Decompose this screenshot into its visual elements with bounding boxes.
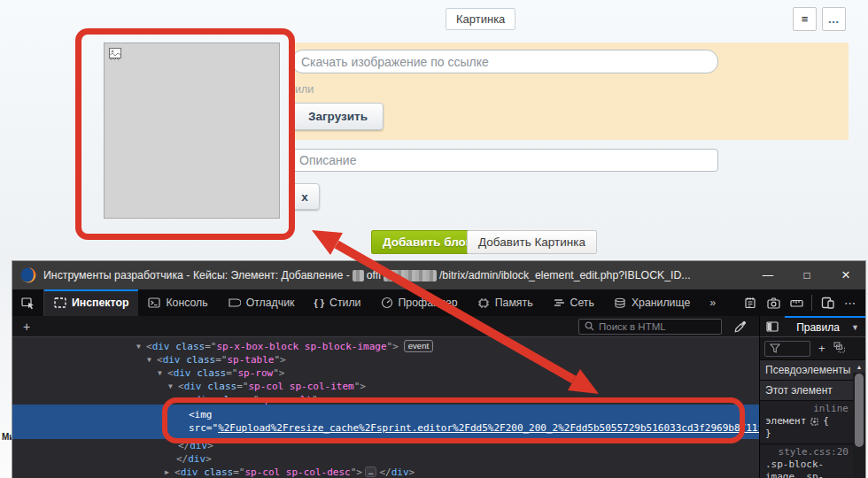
tab-debugger[interactable]: Отладчик bbox=[218, 289, 305, 316]
broken-image-icon bbox=[108, 47, 123, 62]
devtools-title-path: /bitrix/admin/iblock_element_edit.php?IB… bbox=[439, 269, 691, 281]
tab-profiler[interactable]: Профайлер bbox=[371, 289, 468, 316]
close-icon: × bbox=[841, 266, 850, 284]
scrollbar-up-arrow[interactable]: ▲ bbox=[853, 360, 865, 373]
firefox-icon bbox=[20, 267, 36, 283]
chevron-double-icon: » bbox=[709, 297, 716, 309]
inline-style-rule[interactable]: inline элемент { } bbox=[760, 401, 853, 444]
rulers-button[interactable] bbox=[785, 291, 808, 314]
tree-node[interactable]: ▼<div class="sp-table"> bbox=[12, 353, 759, 366]
camera-icon bbox=[767, 297, 780, 309]
rule-selector: .sp-block- bbox=[765, 459, 850, 471]
pick-element-icon bbox=[21, 297, 35, 310]
maximize-icon: □ bbox=[803, 269, 810, 281]
tab-overflow-chevron[interactable]: » bbox=[700, 289, 725, 316]
rule-selector: image .sp- bbox=[765, 471, 850, 478]
devtools-toolbar: Инспектор Консоль Отладчик { } Стили Про… bbox=[12, 289, 865, 316]
rule-selector: элемент bbox=[765, 415, 806, 428]
add-rule-button[interactable]: + bbox=[818, 342, 825, 355]
tab-storage[interactable]: Хранилище bbox=[604, 289, 700, 316]
meatballs-icon: ⋯ bbox=[844, 297, 856, 310]
redacted-host-blur bbox=[353, 270, 364, 281]
or-label: или bbox=[295, 83, 314, 96]
tab-styles[interactable]: { } Стили bbox=[304, 289, 370, 316]
tab-inspector[interactable]: Инспектор bbox=[44, 289, 138, 316]
profiler-icon bbox=[381, 297, 393, 309]
network-icon bbox=[553, 297, 565, 308]
eyedropper-button[interactable] bbox=[729, 320, 752, 333]
filter-icon bbox=[770, 343, 780, 353]
pick-element-button[interactable] bbox=[12, 289, 44, 316]
sidebar-tab-rules[interactable]: Правила ▼ bbox=[785, 316, 865, 336]
tree-node[interactable]: ▼<div class="sp-col sp-col-item"> bbox=[12, 380, 759, 393]
tree-node-collapsed[interactable]: ▶<div class="sp-col sp-col-desc">…</div> bbox=[12, 466, 759, 478]
tree-closing-tag[interactable]: </div> bbox=[12, 439, 759, 452]
css-style-rule[interactable]: style.css:20 .sp-block- image .sp- bbox=[760, 444, 853, 478]
image-url-input[interactable]: Скачать изображение по ссылке bbox=[291, 50, 718, 73]
selected-img-node[interactable]: <img src="%2Fupload%2Fresize_cache%2Fspr… bbox=[12, 405, 759, 439]
rules-scrollbar[interactable]: ▲ bbox=[853, 360, 865, 478]
rules-scroll-area: Псевдоэлементы Этот элемент inline элеме… bbox=[760, 360, 865, 478]
add-image-button[interactable]: Добавить Картинка bbox=[467, 230, 597, 254]
event-badge[interactable]: event bbox=[404, 340, 433, 352]
collapsed-content-badge[interactable]: … bbox=[365, 466, 376, 477]
inspector-icon bbox=[54, 297, 66, 308]
ruler-icon bbox=[790, 297, 803, 309]
inspector-toolbar: + Поиск в HTML bbox=[12, 316, 759, 337]
sidebar-header: Правила ▼ bbox=[759, 316, 865, 337]
block-type-label[interactable]: Картинка bbox=[446, 8, 515, 30]
console-icon bbox=[148, 297, 160, 308]
class-panel-button[interactable] bbox=[833, 341, 846, 357]
tab-memory[interactable]: Память bbox=[468, 289, 543, 316]
devtools-window: Инструменты разработчика - Кейсы: Элемен… bbox=[12, 261, 865, 478]
notes-icon bbox=[744, 297, 756, 309]
remove-block-button[interactable]: x bbox=[290, 183, 320, 210]
upload-button[interactable]: Загрузить bbox=[292, 103, 384, 130]
tree-closing-tag[interactable]: </div> bbox=[12, 452, 759, 466]
screen: { "editor": { "block_title": "Картинка",… bbox=[0, 0, 868, 478]
highlight-target-icon[interactable] bbox=[810, 417, 819, 427]
image-placeholder[interactable] bbox=[104, 42, 280, 219]
rule-origin: inline bbox=[765, 403, 850, 415]
devtools-menu-button[interactable]: ⋯ bbox=[839, 291, 862, 314]
description-input[interactable]: Описание bbox=[290, 149, 718, 172]
eyedropper-icon bbox=[734, 320, 747, 333]
style-editor-icon: { } bbox=[314, 297, 324, 308]
tree-node[interactable]: ▼<div class="sp-row"> bbox=[12, 366, 759, 380]
minimize-button[interactable]: — bbox=[748, 261, 787, 289]
block-more-button[interactable]: … bbox=[822, 7, 846, 31]
maximize-button[interactable]: □ bbox=[787, 261, 826, 289]
filter-styles-input[interactable] bbox=[764, 341, 810, 357]
scrollbar-thumb[interactable] bbox=[855, 374, 864, 447]
more-icon: … bbox=[828, 12, 841, 26]
responsive-icon bbox=[821, 297, 834, 309]
memory-icon bbox=[477, 297, 490, 309]
toggle-panes-button[interactable] bbox=[760, 316, 785, 336]
search-icon bbox=[585, 321, 594, 331]
tree-node[interactable]: ▼<div class="sp-x-box-block sp-block-ima… bbox=[12, 340, 759, 353]
three-pane-icon bbox=[766, 321, 779, 332]
responsive-mode-button[interactable] bbox=[816, 291, 839, 314]
screenshot-button[interactable] bbox=[762, 291, 785, 314]
devtools-title-host: offi bbox=[367, 269, 381, 281]
section-this-element[interactable]: Этот элемент bbox=[760, 381, 853, 401]
search-html-input[interactable]: Поиск в HTML bbox=[578, 319, 722, 335]
block-settings-button[interactable]: ≡ bbox=[793, 7, 817, 31]
settings-icon: ≡ bbox=[802, 12, 809, 26]
html-markup-view: ▼<div class="sp-x-box-block sp-block-ima… bbox=[12, 337, 759, 478]
rules-panel: + Псевдоэлементы Этот элемент inline эле… bbox=[759, 337, 865, 478]
devtools-titlebar[interactable]: Инструменты разработчика - Кейсы: Элемен… bbox=[12, 261, 865, 289]
toolbar-divider bbox=[811, 295, 812, 311]
section-pseudo-elements[interactable]: Псевдоэлементы bbox=[760, 360, 853, 381]
devtools-title: Инструменты разработчика - Кейсы: Элемен… bbox=[43, 269, 350, 281]
minimize-icon: — bbox=[763, 269, 773, 281]
rule-source-link[interactable]: style.css:20 bbox=[765, 446, 850, 459]
settings-notes-button[interactable] bbox=[739, 291, 762, 314]
add-node-button[interactable]: + bbox=[12, 320, 41, 334]
sidebar-tabs-dropdown[interactable]: ▼ bbox=[851, 323, 865, 332]
tab-console[interactable]: Консоль bbox=[138, 289, 217, 316]
debugger-icon bbox=[228, 297, 241, 308]
tab-network[interactable]: Сеть bbox=[543, 289, 604, 316]
close-button[interactable]: × bbox=[826, 261, 865, 289]
rules-filter-row: + bbox=[760, 337, 865, 360]
